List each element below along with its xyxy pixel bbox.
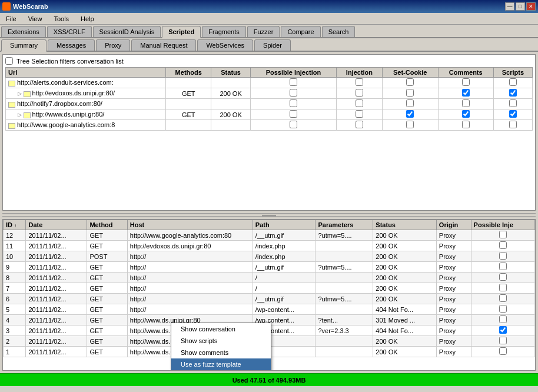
tab-search[interactable]: Search: [322, 26, 356, 37]
bottom-col-id[interactable]: ID ↑: [4, 220, 26, 230]
tab-scripted[interactable]: Scripted: [162, 26, 201, 38]
tab-extensions[interactable]: Extensions: [1, 26, 46, 37]
bottom-col-path[interactable]: Path: [253, 220, 316, 230]
maximize-button[interactable]: □: [516, 2, 525, 11]
tab-webservices[interactable]: WebServices: [197, 39, 253, 51]
title-bar-text: WebScarab: [2, 2, 48, 11]
tab-proxy[interactable]: Proxy: [96, 39, 130, 51]
tree-col-url: Url: [6, 68, 166, 78]
context-show-scripts[interactable]: Show scripts: [171, 335, 271, 347]
view-menu[interactable]: View: [25, 14, 46, 24]
tree-col-injection: Injection: [337, 68, 383, 78]
table-row[interactable]: 92011/11/02...GEThttp:///__utm.gif?utmw=…: [4, 262, 535, 273]
close-button[interactable]: ✕: [526, 2, 536, 11]
bottom-col-possible-inje[interactable]: Possible Inje: [471, 220, 534, 230]
status-bar: Used 47.51 of 494.93MB: [0, 373, 538, 386]
divider-handle: ▬▬▬: [262, 212, 276, 218]
sort-arrow-id: ↑: [14, 223, 16, 228]
app-icon: [2, 2, 11, 11]
tab-bar-2: Summary Messages Proxy Manual Request We…: [0, 38, 538, 52]
table-row[interactable]: 102011/11/02...POSThttp:///index.php200 …: [4, 251, 535, 262]
table-row[interactable]: 112011/11/02...GEThttp://evdoxos.ds.unip…: [4, 241, 535, 251]
tree-row[interactable]: http://www.google-analytics.com:8: [6, 120, 533, 131]
bottom-col-date[interactable]: Date: [26, 220, 87, 230]
tab-fuzzer[interactable]: Fuzzer: [247, 26, 280, 37]
table-row[interactable]: 122011/11/02...GEThttp://www.google-anal…: [4, 230, 535, 241]
tree-col-set-cookie: Set-Cookie: [382, 68, 438, 78]
tree-table: Url Methods Status Possible Injection In…: [5, 67, 533, 131]
status-text: Used 47.51 of 494.93MB: [233, 377, 306, 384]
tab-bar-1: Extensions XSS/CRLF SessionID Analysis S…: [0, 25, 538, 38]
context-show-conversation[interactable]: Show conversation: [171, 323, 271, 335]
table-row[interactable]: 82011/11/02...GEThttp:///200 OKProxy: [4, 273, 535, 283]
tree-row[interactable]: ▷ http://www.ds.unipi.gr:80/GET200 OK: [6, 109, 533, 120]
bottom-section: ID ↑ Date Method Host Path Parameters St…: [2, 219, 536, 371]
context-tooltip: Loads this request into the Fuzzer: [171, 370, 271, 371]
tab-spider[interactable]: Spider: [254, 39, 291, 51]
context-menu: Show conversation Show scripts Show comm…: [171, 323, 271, 371]
tab-messages[interactable]: Messages: [48, 39, 95, 51]
tree-row[interactable]: ▷ http://evdoxos.ds.unipi.gr:80/GET200 O…: [6, 88, 533, 99]
filter-checkbox[interactable]: [5, 57, 13, 65]
tab-sessionid-analysis[interactable]: SessionID Analysis: [93, 26, 161, 37]
file-menu[interactable]: File: [2, 14, 20, 24]
context-show-comments[interactable]: Show comments: [171, 347, 271, 358]
filter-header: Tree Selection filters conversation list: [5, 57, 533, 65]
help-menu[interactable]: Help: [77, 14, 98, 24]
tab-summary[interactable]: Summary: [1, 39, 47, 52]
bottom-col-method[interactable]: Method: [87, 220, 127, 230]
tree-col-comments: Comments: [438, 68, 493, 78]
bottom-col-status[interactable]: Status: [373, 220, 436, 230]
tab-xss-crlf[interactable]: XSS/CRLF: [47, 26, 92, 37]
tab-manual-request[interactable]: Manual Request: [131, 39, 196, 51]
bottom-col-host[interactable]: Host: [127, 220, 253, 230]
tree-col-scripts: Scripts: [493, 68, 532, 78]
context-use-fuzz-template[interactable]: Use as fuzz template: [171, 358, 271, 370]
bottom-col-origin[interactable]: Origin: [436, 220, 471, 230]
tree-col-possible-injection: Possible Injection: [250, 68, 337, 78]
bottom-col-parameters[interactable]: Parameters: [316, 220, 373, 230]
table-row[interactable]: 72011/11/02...GEThttp:///200 OKProxy: [4, 283, 535, 294]
window-controls: — □ ✕: [505, 2, 536, 11]
filter-section: Tree Selection filters conversation list…: [2, 54, 536, 211]
tree-col-status: Status: [211, 68, 250, 78]
split-divider[interactable]: ▬▬▬: [2, 213, 536, 217]
window-title: WebScarab: [13, 3, 48, 10]
tree-row[interactable]: http://notify7.dropbox.com:80/: [6, 99, 533, 109]
menu-bar: File View Tools Help: [0, 13, 538, 25]
title-bar: WebScarab — □ ✕: [0, 0, 538, 13]
tab-compare[interactable]: Compare: [281, 26, 320, 37]
tree-row[interactable]: http://alerts.conduit-services.com:: [6, 78, 533, 88]
main-content: Tree Selection filters conversation list…: [0, 52, 538, 373]
filter-label: Tree Selection filters conversation list: [16, 58, 124, 65]
table-row[interactable]: 52011/11/02...GEThttp:///wp-content...40…: [4, 304, 535, 315]
tree-col-methods: Methods: [165, 68, 211, 78]
table-row[interactable]: 62011/11/02...GEThttp:///__utm.gif?utmw=…: [4, 294, 535, 304]
minimize-button[interactable]: —: [505, 2, 514, 11]
tools-menu[interactable]: Tools: [50, 14, 72, 24]
tab-fragments[interactable]: Fragments: [202, 26, 246, 37]
